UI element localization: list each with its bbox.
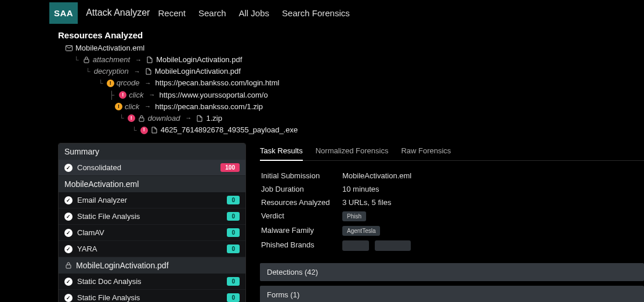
analyzer-row[interactable]: ✓ClamAV 0 (59, 225, 245, 241)
mail-icon (65, 44, 73, 52)
check-icon: ✓ (64, 245, 73, 253)
arrow-icon: → (145, 78, 151, 88)
attachment-type-label: attachment (93, 54, 130, 66)
detail-label: Phished Brands (261, 240, 342, 253)
check-icon: ✓ (64, 294, 73, 302)
tree-root-label: MobileActivation.eml (75, 42, 144, 54)
check-icon: ✓ (64, 164, 73, 172)
app-logo: SAA (49, 2, 78, 24)
group2-heading-label: MobileLoginActivation.pdf (76, 261, 169, 270)
file-icon (144, 67, 153, 76)
payload-value: 4625_7614892678_49355_payload_.exe (161, 124, 298, 136)
tree-click2[interactable]: ! click → https://pecan.banksso.com/1.zi… (115, 101, 644, 113)
qrcode-type-label: qrcode (117, 77, 140, 89)
detail-value: MobileActivation.eml (342, 171, 411, 180)
detail-verdict: Verdict Phish (261, 209, 643, 224)
arrow-icon: → (185, 113, 191, 123)
analyzer-label: ClamAV (77, 228, 104, 237)
tree-elbow-icon: └ (86, 67, 91, 77)
score-badge: 0 (227, 196, 240, 204)
consolidated-row[interactable]: ✓ Consolidated 100 (59, 160, 245, 176)
score-badge: 0 (227, 228, 240, 237)
consolidated-label: Consolidated (77, 163, 121, 172)
analyzer-row[interactable]: ✓YARA 0 (59, 241, 245, 257)
check-icon: ✓ (64, 213, 73, 221)
resources-header: Resources Analyzed (0, 26, 644, 42)
group1-heading: MobileActivation.eml (59, 176, 245, 192)
detail-value: AgentTesla (342, 226, 380, 236)
detail-value: 3 URLs, 5 files (342, 198, 392, 207)
svg-rect-1 (84, 59, 89, 63)
main-panels: Summary ✓ Consolidated 100 MobileActivat… (0, 143, 644, 302)
analyzer-label: Static File Analysis (77, 212, 140, 221)
arrow-icon: → (135, 55, 142, 65)
analyzer-label: Static Doc Analysis (77, 277, 142, 286)
download-type-label: download (148, 113, 180, 124)
top-bar: SAA Attack Analyzer Recent Search All Jo… (0, 0, 644, 26)
analyzer-label: Email Analyzer (77, 196, 127, 204)
click-type-label: click (129, 89, 143, 101)
detail-label: Resources Analyzed (261, 198, 342, 207)
arrow-icon: → (149, 90, 155, 100)
warning-icon: ! (107, 80, 114, 87)
file-icon (150, 126, 158, 134)
detail-tabs: Task Results Normalized Forensics Raw Fo… (260, 143, 644, 161)
detail-submission: Initial Submission MobileActivation.eml (261, 169, 643, 182)
detail-family: Malware Family AgentTesla (261, 224, 643, 238)
tab-task-results[interactable]: Task Results (260, 143, 303, 161)
svg-rect-2 (139, 118, 144, 121)
details-block: Initial Submission MobileActivation.eml … (260, 161, 644, 263)
summary-heading: Summary (59, 143, 245, 160)
detail-label: Verdict (261, 211, 342, 221)
tree-root[interactable]: MobileActivation.eml (65, 42, 644, 54)
decryption-value: MobileLoginActivation.pdf (155, 66, 241, 77)
group2-heading: MobileLoginActivation.pdf (59, 257, 245, 274)
detail-value: Phish (342, 211, 366, 221)
tree-pipe-icon: ├ (109, 89, 114, 101)
click1-url: https://www.yourssoportal.com/o (160, 89, 268, 101)
warning-icon: ! (115, 103, 122, 110)
tree-elbow-icon: └ (99, 78, 103, 88)
tree-decryption[interactable]: └ decryption → MobileLoginActivation.pdf (86, 66, 644, 77)
tree-qrcode[interactable]: └ ! qrcode → https://pecan.banksso.com/l… (99, 77, 644, 89)
tree-click1[interactable]: ├ ! click → https://www.yourssoportal.co… (109, 89, 644, 101)
file-icon (196, 114, 204, 123)
analyzer-row[interactable]: ✓Static Doc Analysis 0 (59, 274, 245, 290)
download-value: 1.zip (206, 113, 222, 124)
tab-normalized-forensics[interactable]: Normalized Forensics (316, 143, 389, 160)
nav-search[interactable]: Search (198, 8, 226, 18)
accordion-detections[interactable]: Detections (42) (260, 263, 644, 281)
analyzer-label: YARA (77, 245, 97, 253)
analyzer-row[interactable]: ✓Static File Analysis 0 (59, 290, 245, 302)
lock-icon (82, 56, 91, 64)
detail-label: Malware Family (261, 226, 342, 236)
analyzer-row[interactable]: ✓Static File Analysis 0 (59, 208, 245, 225)
detail-label: Job Duration (261, 185, 342, 193)
decryption-type-label: decryption (94, 66, 129, 77)
detail-value (342, 240, 414, 253)
accordion-forms[interactable]: Forms (1) (260, 286, 644, 302)
tree-attachment[interactable]: └ attachment → MobileLoginActivation.pdf (74, 54, 644, 66)
file-icon (146, 56, 154, 64)
attachment-value: MobileLoginActivation.pdf (156, 54, 242, 66)
nav-all-jobs[interactable]: All Jobs (239, 8, 270, 18)
tab-raw-forensics[interactable]: Raw Forensics (401, 143, 451, 160)
nav-search-forensics[interactable]: Search Forensics (282, 8, 350, 18)
tree-payload[interactable]: └ ! 4625_7614892678_49355_payload_.exe (132, 124, 644, 136)
summary-panel: Summary ✓ Consolidated 100 MobileActivat… (58, 143, 246, 302)
lock-icon (64, 261, 73, 269)
tree-elbow-icon: └ (120, 113, 124, 123)
lock-icon (138, 114, 146, 123)
nav-recent[interactable]: Recent (158, 8, 186, 18)
click-type-label: click (125, 101, 139, 113)
details-panel: Task Results Normalized Forensics Raw Fo… (260, 143, 644, 302)
error-icon: ! (128, 114, 135, 122)
brand-pill-redacted (375, 240, 411, 251)
analyzer-label: Static File Analysis (77, 293, 140, 302)
score-badge: 100 (220, 163, 240, 172)
score-badge: 0 (227, 212, 240, 221)
analyzer-row[interactable]: ✓Email Analyzer 0 (59, 192, 245, 208)
resource-tree: MobileActivation.eml └ attachment → Mobi… (0, 42, 644, 136)
tree-download[interactable]: └ ! download → 1.zip (120, 113, 644, 124)
app-title: Attack Analyzer (78, 8, 158, 18)
